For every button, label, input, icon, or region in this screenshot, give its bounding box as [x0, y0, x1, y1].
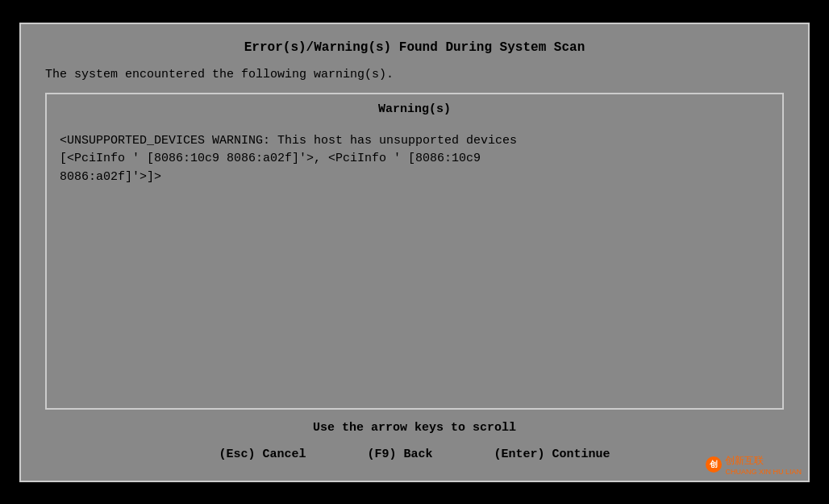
cancel-button[interactable]: (Esc) Cancel	[212, 444, 312, 464]
dialog-container: Error(s)/Warning(s) Found During System …	[19, 23, 810, 482]
watermark: 创 创新互联 CHUANG XIN HU LIAN	[706, 454, 802, 476]
warning-box: Warning(s) <UNSUPPORTED_DEVICES WARNING:…	[45, 93, 784, 410]
dialog-title: Error(s)/Warning(s) Found During System …	[45, 40, 784, 55]
warning-line-2: [<PciInfo ' [8086:10c9 8086:a02f]'>, <Pc…	[60, 150, 769, 169]
intro-text: The system encountered the following war…	[45, 68, 784, 81]
button-row: (Esc) Cancel (F9) Back (Enter) Continue	[45, 444, 784, 464]
warning-box-content: <UNSUPPORTED_DEVICES WARNING: This host …	[47, 124, 782, 408]
continue-button[interactable]: (Enter) Continue	[488, 444, 617, 464]
warning-box-title: Warning(s)	[47, 94, 782, 124]
back-button[interactable]: (F9) Back	[360, 444, 439, 464]
watermark-text: 创新互联 CHUANG XIN HU LIAN	[725, 454, 802, 476]
scroll-hint: Use the arrow keys to scroll	[45, 421, 784, 435]
watermark-icon: 创	[706, 456, 722, 473]
warning-line-1: <UNSUPPORTED_DEVICES WARNING: This host …	[60, 132, 769, 151]
warning-line-3: 8086:a02f]'>]>	[60, 169, 769, 187]
